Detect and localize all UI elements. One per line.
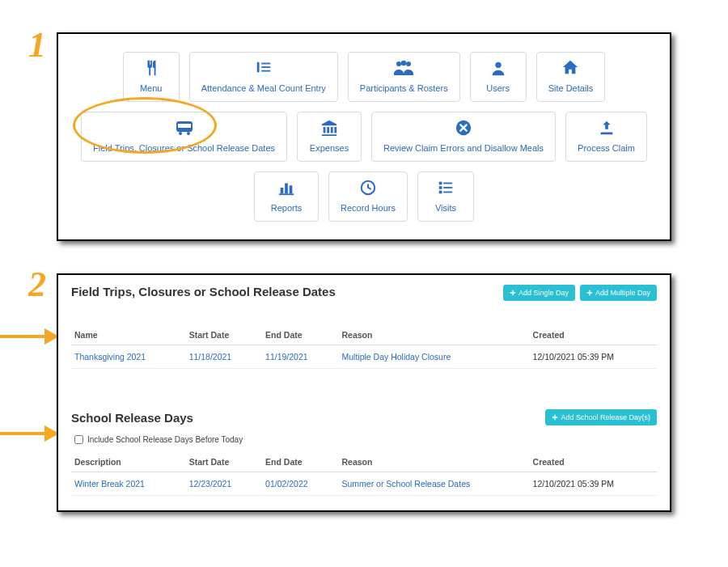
school-release-title: School Release Days [71,411,193,425]
checklist-icon [437,179,455,200]
school-release-table: Description Start Date End Date Reason C… [71,452,657,496]
svg-rect-15 [290,185,293,193]
svg-rect-13 [281,188,284,193]
tile-reports[interactable]: Reports [254,171,319,222]
closures-table: Name Start Date End Date Reason Created … [71,325,657,369]
svg-rect-21 [443,183,452,184]
add-multiple-day-button[interactable]: Add Multiple Day [580,285,657,301]
col-end: End Date [262,325,338,345]
checkbox-label: Include School Release Days Before Today [87,435,243,444]
panel-title: Field Trips, Closures or School Release … [71,285,336,298]
col-created: Created [530,325,657,345]
tile-visits[interactable]: Visits [417,171,474,222]
tile-label: Menu [140,83,163,93]
svg-rect-20 [439,191,442,194]
bus-icon [174,119,195,140]
list-icon [254,59,273,80]
svg-rect-3 [261,70,270,72]
cell-end[interactable]: 11/19/2021 [262,345,338,369]
tile-label: Review Claim Errors and Disallow Meals [383,143,544,153]
tile-label: Participants & Rosters [360,83,448,93]
svg-rect-14 [285,184,288,194]
svg-point-10 [179,132,182,135]
table-row[interactable]: Winter Break 2021 12/23/2021 01/02/2022 … [71,472,657,496]
tile-label: Field Trips, Closures or School Release … [93,143,275,153]
user-icon [489,59,507,80]
svg-rect-18 [439,182,442,185]
svg-rect-1 [261,63,270,65]
clock-icon [359,179,377,200]
add-single-day-button[interactable]: Add Single Day [503,285,575,301]
tile-label: Attendance & Meal Count Entry [201,83,326,93]
svg-point-5 [401,61,406,66]
tile-review-errors[interactable]: Review Claim Errors and Disallow Meals [371,112,556,162]
tile-menu[interactable]: Menu [123,52,180,102]
add-school-release-button[interactable]: Add School Release Day(s) [545,409,657,425]
tile-participants[interactable]: Participants & Rosters [348,52,460,102]
tile-label: Process Claim [578,143,635,153]
svg-rect-23 [443,192,452,193]
svg-rect-19 [439,186,442,189]
svg-rect-22 [443,187,452,188]
tile-users[interactable]: Users [470,52,527,102]
svg-point-6 [406,61,411,66]
bank-icon [320,119,339,140]
plus-icon [552,414,558,421]
svg-point-11 [187,132,190,135]
col-name: Name [71,325,186,345]
tile-label: Users [486,83,510,93]
table-row[interactable]: Thanksgiving 2021 11/18/2021 11/19/2021 … [71,345,657,369]
tile-process-claim[interactable]: Process Claim [565,112,647,162]
col-start: Start Date [186,452,262,472]
button-label: Add Single Day [518,289,569,297]
svg-rect-9 [178,124,191,128]
home-icon [561,59,580,80]
error-icon [455,119,472,140]
plus-icon [510,290,516,296]
step-1-number: 1 [28,24,46,66]
col-desc: Description [71,452,186,472]
button-label: Add Multiple Day [595,289,650,297]
col-reason: Reason [338,325,529,345]
tile-attendance[interactable]: Attendance & Meal Count Entry [189,52,338,102]
plus-icon [586,290,593,296]
col-reason: Reason [338,452,529,472]
svg-rect-16 [279,193,294,195]
include-before-today-checkbox[interactable] [74,435,83,444]
cell-end[interactable]: 01/02/2022 [262,472,338,496]
dashboard-tile-panel: Menu Attendance & Meal Count Entry Parti… [57,32,671,241]
cell-created: 12/10/2021 05:39 PM [530,345,657,369]
tile-label: Site Details [548,83,594,93]
tile-label: Record Hours [341,203,396,213]
tile-record-hours[interactable]: Record Hours [328,171,408,222]
cell-name[interactable]: Thanksgiving 2021 [71,345,186,369]
svg-point-7 [495,62,501,68]
svg-rect-2 [261,66,270,68]
cell-desc[interactable]: Winter Break 2021 [71,472,186,496]
svg-point-4 [396,61,401,66]
col-created: Created [530,452,657,472]
step-2-number: 2 [28,264,46,305]
cell-start[interactable]: 11/18/2021 [186,345,262,369]
bar-chart-icon [277,179,295,200]
tile-label: Visits [435,203,456,213]
svg-rect-0 [257,62,260,73]
tile-expenses[interactable]: Expenses [297,112,362,162]
cell-reason[interactable]: Multiple Day Holiday Closure [338,345,529,369]
col-start: Start Date [186,325,262,345]
field-trips-panel: Field Trips, Closures or School Release … [57,273,671,512]
upload-icon [598,119,616,140]
people-icon [392,59,415,80]
cell-reason[interactable]: Summer or School Release Dates [338,472,529,496]
cell-created: 12/10/2021 05:39 PM [530,472,657,496]
tile-label: Reports [271,203,303,213]
button-label: Add School Release Day(s) [561,413,650,421]
tile-field-trips[interactable]: Field Trips, Closures or School Release … [81,112,287,162]
cell-start[interactable]: 12/23/2021 [186,472,262,496]
col-end: End Date [262,452,338,472]
tile-site-details[interactable]: Site Details [536,52,606,102]
utensils-icon [142,59,160,80]
tile-label: Expenses [310,143,349,153]
